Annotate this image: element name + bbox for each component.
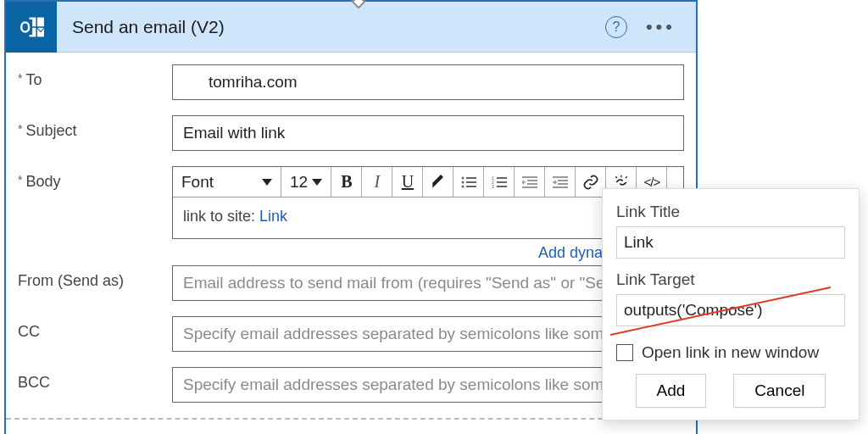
body-label: *Body <box>18 166 172 191</box>
svg-rect-24 <box>558 183 568 185</box>
add-button[interactable]: Add <box>636 374 707 408</box>
svg-rect-22 <box>553 176 568 178</box>
underline-button[interactable]: U <box>392 167 423 197</box>
cc-label: CC <box>18 316 172 341</box>
new-window-checkbox[interactable] <box>616 344 633 361</box>
link-dialog: Link Title Link Target Open link in new … <box>602 188 860 420</box>
card-title: Send an email (V2) <box>57 17 605 37</box>
link-target-label: Link Target <box>616 270 845 289</box>
form-body: *To *Subject *Body Font 12 B I U <box>6 53 696 403</box>
indent-button[interactable] <box>545 167 576 197</box>
svg-rect-19 <box>527 180 537 181</box>
outlook-icon <box>6 2 57 53</box>
body-link[interactable]: Link <box>259 208 287 225</box>
more-menu-icon[interactable]: ••• <box>646 16 676 38</box>
bullet-list-button[interactable] <box>453 167 484 197</box>
body-text: link to site: <box>183 208 255 225</box>
italic-button[interactable]: I <box>362 167 392 197</box>
svg-point-10 <box>461 185 464 187</box>
bcc-label: BCC <box>18 367 172 392</box>
attachments-section: Attachments Name - 1 <box>6 418 696 434</box>
help-icon[interactable]: ? <box>605 16 627 38</box>
new-window-label: Open link in new window <box>642 343 819 362</box>
svg-rect-13 <box>497 177 507 179</box>
svg-text:3: 3 <box>492 184 494 188</box>
action-card: Send an email (V2) ? ••• *To *Subject *B… <box>4 0 698 434</box>
number-list-button[interactable]: 123 <box>484 167 515 197</box>
to-label: *To <box>18 64 172 89</box>
svg-rect-25 <box>553 186 568 188</box>
cancel-button[interactable]: Cancel <box>733 374 826 408</box>
to-input[interactable] <box>172 64 684 100</box>
bold-button[interactable]: B <box>331 167 362 197</box>
subject-label: *Subject <box>18 115 172 140</box>
svg-rect-7 <box>466 177 476 179</box>
svg-rect-23 <box>558 180 568 181</box>
svg-rect-18 <box>522 176 537 178</box>
link-target-input[interactable] <box>616 294 845 326</box>
svg-rect-17 <box>497 186 507 187</box>
svg-rect-21 <box>522 186 537 188</box>
svg-rect-11 <box>466 186 476 187</box>
color-button[interactable] <box>423 167 453 197</box>
svg-rect-15 <box>497 181 507 183</box>
outdent-button[interactable] <box>515 167 545 197</box>
size-select[interactable]: 12 <box>281 167 331 197</box>
svg-point-6 <box>461 176 464 179</box>
font-select[interactable]: Font <box>173 167 281 197</box>
svg-rect-9 <box>466 181 476 183</box>
card-header[interactable]: Send an email (V2) ? ••• <box>6 2 696 53</box>
from-label: From (Send as) <box>18 265 172 290</box>
link-title-label: Link Title <box>616 203 845 221</box>
link-title-input[interactable] <box>616 226 845 259</box>
subject-input[interactable] <box>172 115 684 151</box>
svg-rect-20 <box>527 183 537 185</box>
svg-point-8 <box>461 181 464 183</box>
